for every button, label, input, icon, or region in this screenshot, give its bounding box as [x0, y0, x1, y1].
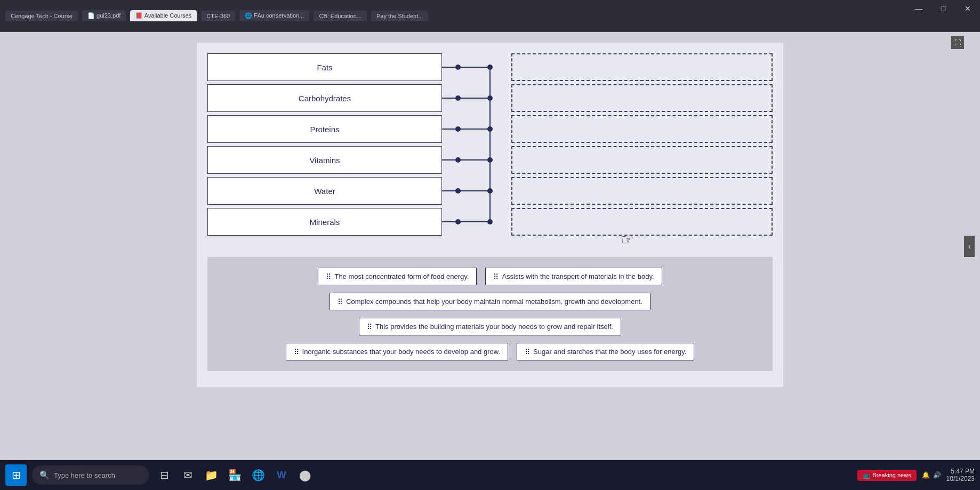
answer-row-2: ⠿ Complex compounds that help your body …: [330, 293, 650, 310]
nutrient-water[interactable]: Water: [207, 177, 442, 205]
answer-chip-6[interactable]: ⠿ Sugar and starches that the body uses …: [517, 343, 694, 360]
date-display: 10/1/2023: [946, 475, 975, 483]
nutrient-fats[interactable]: Fats: [207, 53, 442, 81]
sidebar-arrow[interactable]: ‹: [964, 236, 975, 257]
minimize-button[interactable]: —: [906, 0, 931, 17]
answer-choices-area: ⠿ The most concentrated form of food ene…: [207, 257, 773, 371]
drag-icon-6: ⠿: [525, 348, 530, 356]
answer-chip-1[interactable]: ⠿ The most concentrated form of food ene…: [318, 268, 477, 285]
answer-chip-5[interactable]: ⠿ Inorganic substances that your body ne…: [286, 343, 508, 360]
search-placeholder: Type here to search: [54, 471, 115, 479]
drop-zone-4[interactable]: [511, 146, 773, 174]
mail-icon[interactable]: ✉: [178, 465, 197, 485]
tab-google[interactable]: 🌐 FAu conservation...: [239, 10, 309, 21]
chrome-icon[interactable]: ⬤: [295, 465, 315, 485]
drag-icon-4: ⠿: [367, 323, 372, 331]
nutrient-proteins[interactable]: Proteins: [207, 115, 442, 143]
breaking-news-badge[interactable]: 📺 Breaking news: [857, 470, 916, 481]
svg-point-7: [455, 126, 461, 132]
nutrient-carbohydrates[interactable]: Carbohydrates: [207, 84, 442, 112]
word-icon[interactable]: W: [272, 465, 291, 485]
clock[interactable]: 5:47 PM 10/1/2023: [946, 468, 975, 483]
left-column: Fats Carbohydrates Proteins Vitamins Wat…: [207, 53, 442, 241]
edge-icon[interactable]: 🌐: [248, 465, 268, 485]
drop-zone-5[interactable]: [511, 177, 773, 205]
close-button[interactable]: ✕: [955, 0, 980, 17]
drop-zone-2[interactable]: [511, 84, 773, 112]
svg-point-1: [455, 65, 461, 70]
taskbar-right: 📺 Breaking news 🔔 🔊 5:47 PM 10/1/2023: [857, 468, 975, 483]
drag-icon-2: ⠿: [493, 273, 499, 280]
nutrient-vitamins[interactable]: Vitamins: [207, 146, 442, 174]
search-icon: 🔍: [39, 470, 50, 480]
tab-pay[interactable]: Pay the Student...: [371, 11, 428, 21]
matching-area: Fats Carbohydrates Proteins Vitamins Wat…: [207, 53, 773, 241]
drag-icon-3: ⠿: [338, 298, 343, 306]
tab-courses[interactable]: 📕 Available Courses: [130, 10, 197, 21]
answer-chip-2[interactable]: ⠿ Assists with the transport of material…: [485, 268, 662, 285]
taskbar: ⊞ 🔍 Type here to search ⊟ ✉ 📁 🏪 🌐 W ⬤ 📺 …: [0, 460, 980, 490]
answer-row-1: ⠿ The most concentrated form of food ene…: [318, 268, 662, 285]
drag-icon-5: ⠿: [294, 348, 299, 356]
svg-point-4: [455, 95, 461, 101]
system-tray: 🔔 🔊: [922, 471, 941, 479]
nutrient-minerals[interactable]: Minerals: [207, 208, 442, 236]
answer-chip-3[interactable]: ⠿ Complex compounds that help your body …: [330, 293, 650, 310]
tab-cte[interactable]: CTE-360: [201, 11, 235, 21]
answer-row-4: ⠿ Inorganic substances that your body ne…: [286, 343, 695, 360]
right-column: [511, 53, 773, 241]
tab-cb[interactable]: CB: Education...: [314, 11, 367, 21]
maximize-button[interactable]: □: [931, 0, 955, 17]
tab-cengage[interactable]: Cengage Tech - Course: [5, 11, 78, 21]
window-controls: — □ ✕: [906, 0, 980, 17]
quiz-container: Fats Carbohydrates Proteins Vitamins Wat…: [197, 43, 783, 387]
folder-icon[interactable]: 📁: [202, 465, 221, 485]
tab-pdf[interactable]: 📄 gui23.pdf: [82, 10, 126, 21]
start-button[interactable]: ⊞: [5, 464, 27, 486]
svg-point-16: [455, 219, 461, 224]
drop-zone-6[interactable]: [511, 208, 773, 236]
connectors-area: [442, 53, 511, 241]
svg-point-10: [455, 157, 461, 163]
svg-point-13: [455, 188, 461, 194]
taskview-icon[interactable]: ⊟: [155, 465, 174, 485]
drop-zone-3[interactable]: [511, 115, 773, 143]
store-icon[interactable]: 🏪: [225, 465, 244, 485]
news-icon: 📺: [863, 472, 870, 479]
drop-zone-1[interactable]: [511, 53, 773, 81]
search-bar[interactable]: 🔍 Type here to search: [32, 465, 149, 485]
answer-row-3: ⠿ This provides the building materials y…: [359, 318, 621, 335]
taskbar-icons: ⊟ ✉ 📁 🏪 🌐 W ⬤: [155, 465, 315, 485]
fullscreen-button[interactable]: ⛶: [951, 36, 964, 49]
browser-chrome: Cengage Tech - Course 📄 gui23.pdf 📕 Avai…: [0, 0, 980, 32]
answer-chip-4[interactable]: ⠿ This provides the building materials y…: [359, 318, 621, 335]
time-display: 5:47 PM: [946, 468, 975, 475]
drag-icon-1: ⠿: [326, 273, 331, 280]
content-area: ⛶ ‹ Fats Carbohydrates Proteins: [0, 32, 980, 460]
